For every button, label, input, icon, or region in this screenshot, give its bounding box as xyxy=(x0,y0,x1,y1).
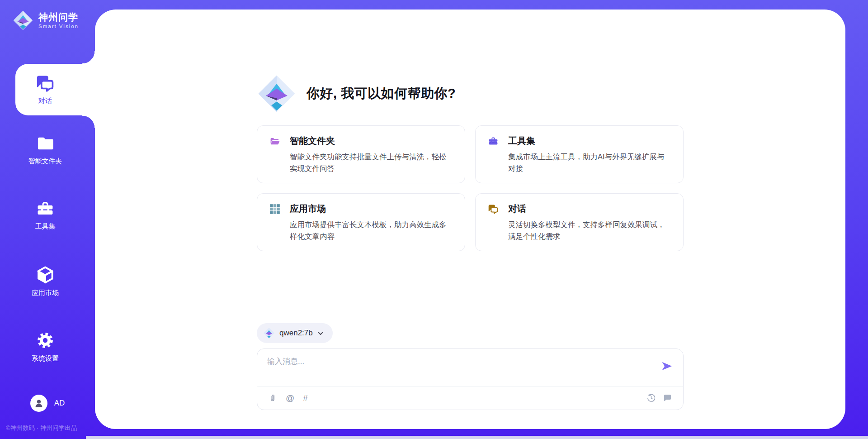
card-description: 集成市场上主流工具，助力AI与外界无缝扩展与对接 xyxy=(508,151,671,174)
gear-icon xyxy=(35,330,55,350)
sidebar-item-label: 工具集 xyxy=(35,222,56,231)
brand-subtitle: Smart Vision xyxy=(38,24,79,29)
sidebar-item-app-market[interactable]: 应用市场 xyxy=(0,265,90,297)
card-title: 工具集 xyxy=(508,135,535,147)
sidebar-item-label: 智能文件夹 xyxy=(28,157,62,166)
person-icon xyxy=(33,398,44,409)
folder-open-icon xyxy=(269,136,281,147)
message-input-box: @ # xyxy=(257,348,684,410)
feature-cards: 智能文件夹 智能文件夹功能支持批量文件上传与清洗，轻松实现文件问答 工具 xyxy=(257,125,684,251)
feature-card-app-market[interactable]: 应用市场 应用市场提供丰富长文本模板，助力高效生成多样化文章内容 xyxy=(257,193,465,251)
horizontal-scrollbar[interactable] xyxy=(86,436,868,439)
card-description: 应用市场提供丰富长文本模板，助力高效生成多样化文章内容 xyxy=(290,219,453,242)
brand-logo-icon xyxy=(13,10,33,31)
chevron-down-icon xyxy=(317,331,324,336)
card-description: 灵活切换多模型文件，支持多样回复效果调试，满足个性化需求 xyxy=(508,219,671,242)
copyright-footer: ©神州数码 · 神州问学出品 xyxy=(6,424,77,432)
message-input[interactable] xyxy=(266,355,651,382)
model-name: qwen2:7b xyxy=(279,329,313,338)
card-title: 应用市场 xyxy=(290,203,326,215)
feature-card-smart-folders[interactable]: 智能文件夹 智能文件夹功能支持批量文件上传与清洗，轻松实现文件问答 xyxy=(257,125,465,183)
app-window: 神州问学 Smart Vision 对话 智能文件夹 xyxy=(0,0,868,439)
card-description: 智能文件夹功能支持批量文件上传与清洗，轻松实现文件问答 xyxy=(290,151,453,174)
card-title: 智能文件夹 xyxy=(290,135,335,147)
feature-card-chat[interactable]: 对话 灵活切换多模型文件，支持多样回复效果调试，满足个性化需求 xyxy=(475,193,684,251)
model-logo-icon xyxy=(263,327,275,339)
feature-card-toolset[interactable]: 工具集 集成市场上主流工具，助力AI与外界无缝扩展与对接 xyxy=(475,125,684,183)
avatar xyxy=(30,395,47,412)
brand-name: 神州问学 xyxy=(38,12,79,22)
brand: 神州问学 Smart Vision xyxy=(13,10,79,31)
user-initials: AD xyxy=(54,399,65,408)
composer: qwen2:7b xyxy=(257,323,684,410)
send-icon[interactable] xyxy=(660,360,673,372)
card-title: 对话 xyxy=(508,203,526,215)
chat-bubbles-icon xyxy=(35,74,56,93)
sidebar-item-label: 系统设置 xyxy=(32,354,59,363)
sidebar-item-toolset[interactable]: 工具集 xyxy=(0,199,90,231)
cube-icon xyxy=(35,265,56,285)
model-selector[interactable]: qwen2:7b xyxy=(257,323,333,343)
sidebar-item-label: 应用市场 xyxy=(32,289,59,297)
sidebar-item-smart-folders[interactable]: 智能文件夹 xyxy=(0,134,90,166)
feedback-bubble-icon[interactable] xyxy=(663,393,672,403)
grid-icon xyxy=(269,204,281,215)
user-profile[interactable]: AD xyxy=(0,395,95,412)
at-icon[interactable]: @ xyxy=(286,394,294,402)
main-panel: 你好, 我可以如何帮助你? 智能文件夹 智能文件夹功能支持批量文件上传与清洗，轻… xyxy=(95,10,845,429)
sidebar: 神州问学 Smart Vision 对话 智能文件夹 xyxy=(0,0,95,439)
assistant-logo-icon xyxy=(257,74,297,114)
toolbox-icon xyxy=(35,199,56,218)
sidebar-item-chat[interactable]: 对话 xyxy=(15,64,95,115)
chat-bubbles-icon xyxy=(487,204,499,215)
sidebar-item-label: 对话 xyxy=(38,96,52,106)
history-icon[interactable] xyxy=(646,393,656,403)
toolbox-icon xyxy=(487,136,499,147)
folder-icon xyxy=(35,134,56,153)
greeting-row: 你好, 我可以如何帮助你? xyxy=(257,74,684,114)
sidebar-item-settings[interactable]: 系统设置 xyxy=(0,330,90,363)
hash-icon[interactable]: # xyxy=(303,394,308,402)
greeting-title: 你好, 我可以如何帮助你? xyxy=(307,85,456,103)
paperclip-icon[interactable] xyxy=(268,393,277,403)
